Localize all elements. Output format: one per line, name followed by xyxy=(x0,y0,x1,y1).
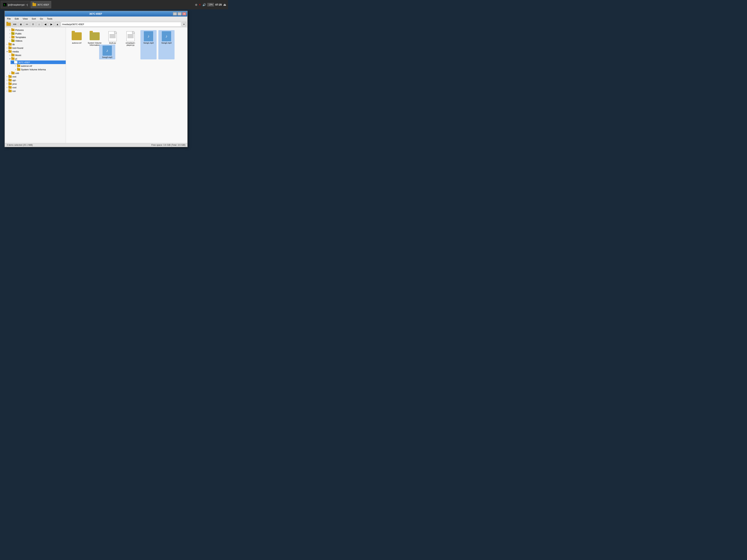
terminal-label: [pi@raspberrypi: ~] xyxy=(8,3,28,6)
sidebar-item-templates[interactable]: + Templates xyxy=(8,35,66,39)
nav-back-button[interactable]: ◀ xyxy=(43,22,48,27)
file-item-song1[interactable]: ♪ Song1.mp3 xyxy=(140,30,157,59)
sidebar-item-media[interactable]: ▾ media xyxy=(5,50,66,53)
sidebar-label: lost+found xyxy=(12,47,23,49)
volume-icon: 🔊 xyxy=(202,3,206,6)
sidebar-item-lib[interactable]: + lib xyxy=(5,43,66,46)
file-icon-wrap: ♪ xyxy=(102,46,112,55)
window-controls: — □ ✕ xyxy=(173,12,186,16)
statusbar-right: Free space: 3.6 GiB (Total: 3.6 GiB) xyxy=(151,144,185,146)
close-button[interactable]: ✕ xyxy=(182,12,186,16)
folder-icon xyxy=(8,75,12,78)
nav-home-button[interactable]: ⌂ xyxy=(36,22,42,27)
taskbar-terminal[interactable]: $_ [pi@raspberrypi: ~] xyxy=(1,1,30,8)
sidebar-item-run[interactable]: + run xyxy=(5,89,66,93)
nav-up-button[interactable]: ▲ xyxy=(55,22,60,27)
nav-forward-button[interactable]: ▶ xyxy=(49,22,54,27)
expand-icon: + xyxy=(5,89,8,92)
folder-icon xyxy=(8,79,12,81)
folder-large-icon xyxy=(89,32,100,40)
file-item-song2[interactable]: ♪ Song2.mp3 xyxy=(158,30,175,59)
music-note-icon: ♪ xyxy=(165,34,168,38)
expand-icon: + xyxy=(8,29,11,31)
folder-icon xyxy=(11,32,15,35)
sidebar: + Pictures + Public + Templates + Videos xyxy=(5,27,66,143)
file-item-song3[interactable]: ♪ Song3.mp3 xyxy=(99,45,115,59)
sidebar-label: Pictures xyxy=(15,29,24,31)
expand-icon: + xyxy=(8,39,11,42)
sidebar-item-pictures[interactable]: + Pictures xyxy=(8,28,66,32)
window-title: 367C-65EF xyxy=(19,12,173,15)
text-lines xyxy=(109,34,115,38)
folder-icon xyxy=(8,86,12,89)
file-icon-wrap xyxy=(89,31,100,41)
view-compact-button[interactable]: ≡≡ xyxy=(24,22,30,27)
sidebar-label: proc xyxy=(12,83,17,85)
home-button[interactable] xyxy=(6,22,11,27)
toolbar: ⊞⊞ ▦ ≡≡ ☰ ⌂ ◀ ▶ ▲ ▼ xyxy=(5,21,187,27)
sidebar-item-autorun[interactable]: + autorun.inf xyxy=(14,64,66,68)
menu-view[interactable]: View xyxy=(22,17,29,21)
sidebar-label: pi xyxy=(15,57,17,60)
menu-edit[interactable]: Edit xyxy=(14,17,20,21)
menu-tools[interactable]: Tools xyxy=(46,17,53,21)
folder-icon xyxy=(11,36,15,38)
address-dropdown[interactable]: ▼ xyxy=(182,22,186,27)
sidebar-item-lostfound[interactable]: + lost+found xyxy=(5,46,66,50)
menubar: File Edit View Sort Go Tools xyxy=(5,17,187,21)
file-label: Song2.mp3 xyxy=(161,42,172,44)
folder-icon xyxy=(11,57,15,60)
restore-button[interactable]: □ xyxy=(178,12,182,16)
file-label: omxplayer-player.py xyxy=(123,42,138,46)
sidebar-item-367c[interactable]: ▾ 367C-65EF xyxy=(10,60,66,64)
fm-content: + Pictures + Public + Templates + Videos xyxy=(5,27,187,143)
sidebar-item-public[interactable]: + Public xyxy=(8,32,66,35)
folder-icon xyxy=(8,50,12,53)
sidebar-label: run xyxy=(12,90,16,92)
statusbar-left: 3 items selected (20.1 MiB) xyxy=(7,144,33,146)
bluetooth-x-icon: ✕ xyxy=(199,3,201,6)
expand-icon: + xyxy=(5,75,8,78)
sidebar-label: Templates xyxy=(15,36,26,38)
music-file-icon: ♪ xyxy=(162,31,171,41)
sidebar-item-usb[interactable]: + usb xyxy=(8,71,66,75)
sidebar-item-mnt[interactable]: + mnt xyxy=(5,75,66,78)
expand-icon: + xyxy=(5,86,8,89)
minimize-button[interactable]: — xyxy=(173,12,177,16)
expand-icon: ▾ xyxy=(8,57,11,60)
folder-icon xyxy=(11,72,15,74)
sidebar-item-videos[interactable]: + Videos xyxy=(8,39,66,43)
folder-icon xyxy=(11,39,15,42)
view-details-button[interactable]: ☰ xyxy=(30,22,36,27)
taskbar-folder[interactable]: 367C-65EF xyxy=(30,1,51,8)
sidebar-label: lib xyxy=(12,43,15,46)
battery-badge: 13% xyxy=(207,3,214,6)
sidebar-item-music[interactable]: + Music xyxy=(8,53,66,57)
sidebar-label: opt · xyxy=(12,79,17,82)
expand-icon: + xyxy=(8,32,11,35)
menu-file[interactable]: File xyxy=(6,17,12,21)
sidebar-item-pi[interactable]: ▾ pi xyxy=(8,57,66,60)
expand-icon: + xyxy=(5,82,8,85)
file-item-omxplayer[interactable]: omxplayer-player.py xyxy=(123,30,138,59)
sidebar-label: media xyxy=(12,50,19,53)
sidebar-item-opt[interactable]: + opt · xyxy=(5,78,66,82)
menu-sort[interactable]: Sort xyxy=(30,17,37,21)
text-file-icon xyxy=(108,31,117,41)
sidebar-item-root[interactable]: + root xyxy=(5,86,66,89)
file-item-autorun[interactable]: autorun.inf xyxy=(69,30,85,59)
taskbar: $_ [pi@raspberrypi: ~] 367C-65EF ⊛ ✕ 🔊 1… xyxy=(0,0,228,9)
file-manager-window: 367C-65EF — □ ✕ File Edit View Sort Go T… xyxy=(4,11,188,147)
view-icons-button[interactable]: ⊞⊞ xyxy=(12,22,18,27)
expand-icon: + xyxy=(14,68,17,71)
expand-icon: ▾ xyxy=(5,50,8,53)
sidebar-item-sysvolume[interactable]: + System Volume Informa xyxy=(14,68,66,71)
menu-go[interactable]: Go xyxy=(39,17,44,21)
sidebar-item-proc[interactable]: + proc xyxy=(5,82,66,86)
music-note-icon: ♪ xyxy=(106,48,108,53)
view-list-button[interactable]: ▦ xyxy=(18,22,24,27)
music-note-icon: ♪ xyxy=(148,34,150,38)
file-label: Song1.mp3 xyxy=(144,42,154,44)
folder-large-icon xyxy=(72,32,82,40)
address-bar[interactable] xyxy=(61,22,181,27)
